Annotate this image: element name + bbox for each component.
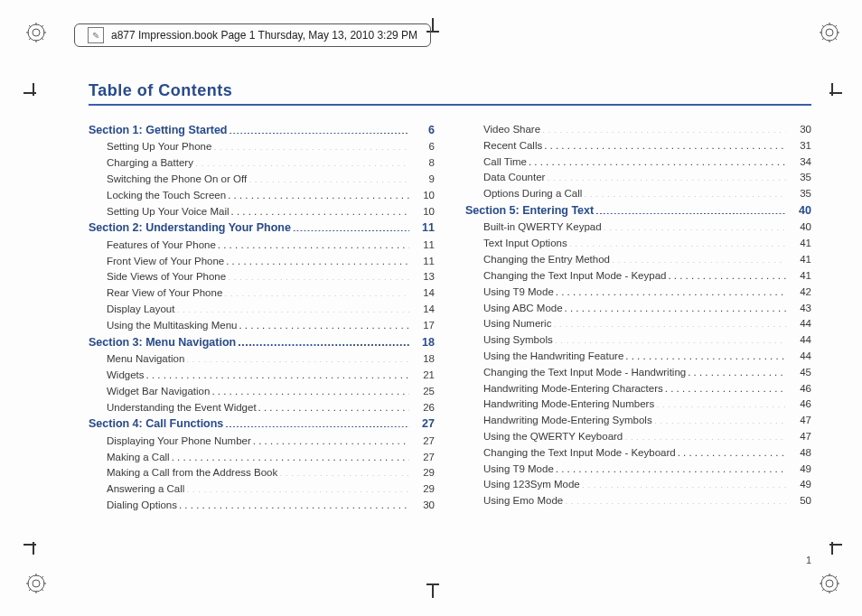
toc-entry-label: Changing the Text Input Mode - Keyboard — [483, 445, 676, 462]
toc-page-number: 27 — [411, 415, 435, 433]
toc-entry-label: Display Layout — [107, 302, 174, 318]
page-header-bar: ✎ a877 Impression.book Page 1 Thursday, … — [74, 23, 431, 47]
toc-page-number: 41 — [788, 268, 811, 285]
leader-dots — [279, 466, 409, 477]
svg-line-16 — [822, 25, 824, 27]
toc-entry-row: Switching the Phone On or Off9 — [89, 172, 435, 188]
toc-section-row: Section 4: Call Functions27 — [89, 415, 435, 433]
toc-page-number: 46 — [788, 381, 811, 397]
toc-entry-label: Options During a Call — [483, 186, 582, 202]
toc-entry-row: Answering a Call29 — [89, 481, 435, 498]
svg-point-31 — [826, 580, 833, 587]
toc-entry-row: Changing the Text Input Mode - Handwriti… — [465, 365, 811, 381]
toc-entry-row: Charging a Battery8 — [89, 155, 435, 172]
toc-entry-row: Making a Call27 — [89, 450, 435, 466]
toc-entry-label: Widgets — [107, 368, 145, 384]
toc-entry-row: Front View of Your Phone11 — [89, 254, 435, 270]
leader-dots — [556, 462, 786, 472]
toc-entry-label: Switching the Phone On or Off — [107, 172, 247, 188]
leader-dots — [595, 203, 786, 215]
leader-dots — [176, 303, 409, 313]
toc-entry-label: Using Symbols — [483, 332, 553, 349]
toc-entry-label: Handwriting Mode-Entering Characters — [483, 381, 663, 397]
page-content: Table of Contents Section 1: Getting Sta… — [89, 81, 811, 562]
toc-page-number: 34 — [788, 154, 811, 171]
toc-entry-label: Front View of Your Phone — [107, 254, 224, 270]
toc-section-row: Section 1: Getting Started6 — [89, 122, 435, 139]
toc-entry-row: Display Layout14 — [89, 302, 435, 318]
toc-entry-row: Setting Up Your Voice Mail10 — [89, 204, 435, 220]
svg-point-11 — [826, 29, 833, 36]
toc-page-number: 14 — [411, 302, 435, 318]
toc-page-number: 6 — [411, 122, 435, 139]
toc-entry-row: Menu Navigation18 — [89, 351, 435, 368]
leader-dots — [195, 156, 409, 167]
toc-section-label: Section 4: Call Functions — [89, 415, 223, 433]
leader-dots — [553, 317, 786, 328]
toc-entry-row: Changing the Text Input Mode - Keypad41 — [465, 268, 811, 285]
toc-page-number: 26 — [411, 400, 435, 416]
crop-mark-icon — [423, 578, 443, 598]
toc-entry-row: Text Input Options41 — [465, 236, 811, 252]
toc-entry-row: Widgets21 — [89, 368, 435, 384]
gear-icon — [819, 573, 840, 594]
toc-entry-label: Text Input Options — [483, 236, 567, 252]
crop-mark-icon — [822, 83, 842, 103]
leader-dots — [665, 381, 786, 392]
toc-page-number: 41 — [788, 236, 811, 252]
toc-entry-row: Using the Multitasking Menu17 — [89, 318, 435, 334]
title-rule — [89, 104, 811, 106]
toc-entry-row: Handwriting Mode-Entering Numbers46 — [465, 397, 811, 413]
toc-page-number: 31 — [788, 138, 811, 154]
page-title: Table of Contents — [89, 81, 811, 100]
toc-section-label: Section 1: Getting Started — [89, 122, 228, 139]
leader-dots — [253, 434, 409, 444]
leader-dots — [547, 171, 786, 182]
toc-entry-row: Using the Handwriting Feature44 — [465, 349, 811, 365]
crop-mark-icon — [23, 83, 43, 103]
toc-page-number: 27 — [411, 434, 435, 450]
svg-line-28 — [42, 576, 43, 578]
toc-entry-label: Widget Bar Navigation — [107, 384, 210, 400]
toc-entry-row: Recent Calls31 — [465, 138, 811, 154]
svg-line-7 — [42, 38, 43, 40]
toc-entry-label: Menu Navigation — [107, 351, 184, 368]
leader-dots — [656, 397, 786, 408]
toc-page-number: 40 — [788, 202, 811, 219]
toc-page-number: 21 — [411, 368, 435, 384]
toc-page-number: 11 — [411, 254, 435, 270]
toc-page-number: 8 — [411, 155, 435, 172]
toc-page-number: 6 — [411, 139, 435, 155]
toc-entry-label: Changing the Text Input Mode - Handwriti… — [483, 365, 686, 381]
svg-line-38 — [835, 576, 837, 578]
toc-entry-row: Handwriting Mode-Entering Symbols47 — [465, 413, 811, 429]
toc-page-number: 44 — [788, 316, 811, 332]
toc-entry-label: Using 123Sym Mode — [483, 477, 580, 493]
toc-section-row: Section 5: Entering Text40 — [465, 202, 811, 219]
leader-dots — [612, 253, 786, 264]
book-icon: ✎ — [88, 27, 104, 43]
toc-page-number: 40 — [788, 219, 811, 236]
leader-dots — [569, 237, 786, 247]
leader-dots — [211, 384, 409, 395]
leader-dots — [584, 187, 786, 198]
toc-column-right: Video Share30Recent Calls31Call Time34Da… — [465, 122, 811, 514]
toc-entry-row: Understanding the Event Widget26 — [89, 400, 435, 416]
toc-page-number: 18 — [411, 351, 435, 368]
leader-dots — [172, 450, 409, 461]
leader-dots — [625, 349, 786, 359]
toc-page-number: 11 — [411, 219, 435, 237]
toc-page-number: 25 — [411, 384, 435, 400]
toc-page-number: 9 — [411, 172, 435, 188]
svg-line-36 — [822, 576, 824, 578]
toc-entry-row: Using Numeric44 — [465, 316, 811, 332]
toc-entry-row: Handwriting Mode-Entering Characters46 — [465, 381, 811, 397]
toc-entry-label: Using Numeric — [483, 316, 551, 332]
toc-entry-label: Handwriting Mode-Entering Numbers — [483, 397, 654, 413]
toc-page-number: 44 — [788, 332, 811, 349]
toc-entry-label: Answering a Call — [107, 481, 184, 498]
toc-page-number: 46 — [788, 397, 811, 413]
toc-page-number: 47 — [788, 413, 811, 429]
toc-page-number: 18 — [411, 334, 435, 351]
toc-entry-row: Making a Call from the Address Book29 — [89, 465, 435, 481]
